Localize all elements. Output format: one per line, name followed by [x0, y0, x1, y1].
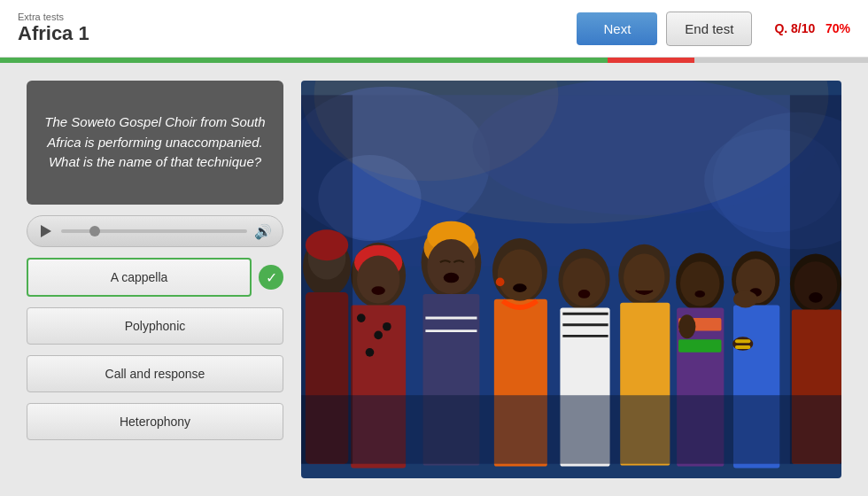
question-box: The Soweto Gospel Choir from South Afric…: [27, 81, 283, 205]
choir-image: [301, 81, 841, 478]
page-title: Africa 1: [18, 22, 577, 45]
score-percent: 70%: [825, 21, 850, 35]
extra-tests-label: Extra tests: [18, 12, 577, 22]
svg-point-27: [444, 273, 459, 283]
correct-check-icon: ✓: [259, 265, 283, 290]
svg-rect-66: [790, 95, 841, 463]
svg-point-30: [498, 250, 542, 301]
svg-rect-54: [735, 339, 750, 343]
answer-button-2[interactable]: Polyphonic: [27, 307, 283, 345]
play-button[interactable]: [38, 223, 54, 239]
svg-point-18: [357, 255, 399, 303]
progress-bar-red: [608, 58, 694, 63]
svg-point-49: [694, 291, 705, 298]
progress-bar-green: [0, 58, 608, 63]
svg-point-47: [680, 261, 720, 306]
score-label: Q. 8/10: [774, 21, 815, 35]
header-titles: Extra tests Africa 1: [18, 12, 577, 45]
choir-image-panel: [301, 81, 841, 478]
svg-point-13: [357, 314, 366, 322]
answer-row-4: Heterophony: [27, 403, 283, 440]
answer-button-3[interactable]: Call and response: [27, 355, 283, 392]
answer-row-2: Polyphonic: [27, 307, 283, 345]
header: Extra tests Africa 1 Next End test Q. 8/…: [0, 0, 868, 58]
svg-point-39: [578, 290, 591, 298]
audio-thumb: [89, 226, 100, 236]
header-buttons: Next End test Q. 8/10 70%: [577, 12, 850, 46]
answer-button-4[interactable]: Heterophony: [27, 403, 283, 440]
svg-point-32: [513, 283, 526, 292]
svg-point-19: [371, 286, 384, 295]
progress-bar: [0, 58, 868, 63]
svg-point-38: [562, 258, 605, 306]
question-text: The Soweto Gospel Choir from South Afric…: [44, 112, 266, 173]
svg-point-31: [496, 278, 505, 287]
svg-rect-46: [678, 339, 721, 353]
score-display: Q. 8/10 70%: [774, 21, 850, 35]
audio-player[interactable]: 🔊: [27, 215, 283, 247]
volume-icon[interactable]: 🔊: [254, 223, 272, 240]
answer-row-1: A cappella ✓: [27, 258, 283, 297]
answer-row-3: Call and response: [27, 355, 283, 392]
svg-point-57: [733, 291, 757, 307]
svg-rect-65: [301, 95, 353, 463]
next-button[interactable]: Next: [577, 12, 657, 45]
play-icon: [41, 225, 51, 237]
svg-point-16: [383, 322, 391, 331]
audio-track[interactable]: [61, 229, 247, 233]
svg-point-26: [427, 239, 475, 294]
svg-point-48: [678, 314, 695, 338]
left-panel: The Soweto Gospel Choir from South Afric…: [27, 81, 283, 478]
svg-point-15: [366, 348, 375, 357]
main-content: The Soweto Gospel Choir from South Afric…: [0, 63, 868, 496]
svg-rect-62: [301, 395, 841, 463]
end-test-button[interactable]: End test: [666, 12, 752, 46]
svg-point-14: [374, 331, 383, 340]
svg-rect-55: [735, 345, 750, 349]
answer-button-1[interactable]: A cappella: [27, 258, 252, 297]
